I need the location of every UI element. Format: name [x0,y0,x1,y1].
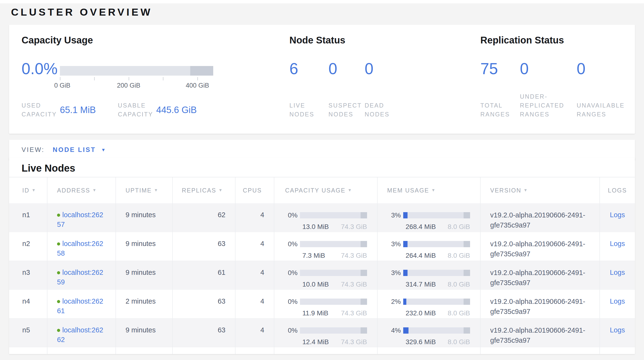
mem-used-value: 232.0 MiB [406,308,436,318]
under-replicated-count: 0 [520,60,529,77]
column-header-logs: LOGS [600,177,635,203]
logs-link[interactable]: Logs [610,326,625,334]
live-nodes-count: 6 [290,60,298,77]
mem-usage-bar [403,241,470,247]
column-header-mem-usage[interactable]: MEM USAGE▼ [377,177,480,203]
capacity-reserved-segment [360,327,367,334]
column-header-cpus[interactable]: CPUS [235,177,274,203]
axis-tick-label: 200 GiB [117,82,140,89]
capacity-reserved-segment [360,299,367,305]
capacity-percent-label: 0% [285,326,300,335]
usable-capacity-label: USABLE CAPACITY [118,101,153,119]
version-cell: v19.2.0-alpha.20190606-2491-gfe735c9a97 [480,318,600,347]
sort-arrow-icon: ▼ [348,188,352,193]
summary-card: Capacity Usage 0.0% 0 GiB 200 GiB 400 Gi… [9,25,635,134]
version-cell: v19.2.0-alpha.20190606-2491-gfe735c9a97 [480,203,600,232]
under-replicated-label: UNDER- REPLICATED RANGES [520,92,564,119]
sort-arrow-icon: ▼ [154,188,158,193]
mem-usage-bar [403,270,470,276]
live-nodes-panel: Live Nodes ID▼ ADDRESS▼ UPTIME▼ REPLICAS… [9,158,635,354]
table-row: n5 localhost:26262 9 minutes 63 4 0% 12.… [9,318,635,347]
replicas-cell: 63 [172,290,235,318]
capacity-percent-label: 0% [285,211,300,220]
node-id-cell: n2 [9,232,47,261]
axis-tick [94,77,95,80]
usable-capacity-value: 445.6 GiB [156,105,197,115]
mem-total-value: 8.0 GiB [448,251,470,260]
address-link[interactable]: localhost:26261 [57,297,103,315]
chevron-down-icon[interactable]: ▼ [101,147,106,153]
mem-used-value: 314.7 MiB [406,280,436,289]
sort-arrow-icon: ▼ [524,188,528,193]
capacity-usage-bar [300,241,367,247]
mem-percent-label: 3% [388,211,403,220]
version-cell: v19.2.0-alpha.20190606-2491-gfe735c9a97 [480,232,600,261]
logs-cell: Logs [600,318,635,347]
capacity-usage-bar [300,212,367,218]
capacity-usage-bar [300,327,367,334]
logs-cell: Logs [600,203,635,232]
cpus-cell: 4 [235,290,274,318]
logs-link[interactable]: Logs [610,269,625,276]
capacity-used-value: 10.0 MiB [302,280,329,289]
uptime-cell: 9 minutes [116,232,172,261]
mem-used-value: 329.6 MiB [406,337,436,347]
capacity-total-value: 74.3 GiB [341,222,367,232]
mem-total-value: 8.0 GiB [448,337,470,347]
capacity-total-value: 74.3 GiB [341,280,367,289]
column-header-version[interactable]: VERSION▼ [480,177,600,203]
column-header-uptime[interactable]: UPTIME▼ [116,177,172,203]
capacity-gauge-reserved-segment [190,66,213,76]
capacity-usage-cell: 0% 13.0 MiB 74.3 GiB [274,203,377,232]
total-ranges-label: TOTAL RANGES [480,101,510,119]
uptime-cell: 9 minutes [116,261,172,289]
mem-used-segment [403,299,406,305]
capacity-percent: 0.0% [22,60,58,77]
version-cell: v19.2.0-alpha.20190606-2491-gfe735c9a97 [480,261,600,289]
view-dropdown[interactable]: NODE LIST [53,146,96,154]
column-header-address[interactable]: ADDRESS▼ [47,177,116,203]
mem-usage-bar [403,299,470,305]
status-live-icon [57,214,60,217]
mem-used-segment [403,241,408,247]
partial-next-row [9,347,635,354]
mem-total-value: 8.0 GiB [448,280,470,289]
node-id-cell: n3 [9,261,47,289]
live-nodes-heading: Live Nodes [9,158,635,177]
suspect-nodes-label: SUSPECT NODES [328,101,362,119]
status-live-icon [57,329,60,332]
logs-link[interactable]: Logs [610,211,625,219]
column-header-capacity-usage[interactable]: CAPACITY USAGE▼ [274,177,377,203]
capacity-usage-cell: 0% 11.9 MiB 74.3 GiB [274,290,377,318]
table-header-row: ID▼ ADDRESS▼ UPTIME▼ REPLICAS▼ CPUS CAPA… [9,177,635,203]
mem-percent-label: 3% [388,239,403,249]
logs-cell: Logs [600,290,635,318]
suspect-nodes-count: 0 [328,60,337,77]
uptime-cell: 9 minutes [116,318,172,347]
column-header-id[interactable]: ID▼ [9,177,47,203]
mem-usage-bar [403,212,470,218]
dead-nodes-count: 0 [365,60,374,77]
capacity-percent-label: 0% [285,239,300,249]
capacity-usage-cell: 0% 12.4 MiB 74.3 GiB [274,318,377,347]
logs-link[interactable]: Logs [610,297,625,305]
table-row: n4 localhost:26261 2 minutes 63 4 0% 11.… [9,290,635,318]
replication-status-title: Replication Status [480,35,564,46]
sort-arrow-icon: ▼ [431,188,436,193]
logs-link[interactable]: Logs [610,240,625,247]
capacity-reserved-segment [360,270,367,276]
capacity-percent-label: 0% [285,297,300,306]
address-link[interactable]: localhost:26262 [57,326,103,343]
capacity-reserved-segment [360,241,367,247]
mem-usage-bar [403,327,470,334]
live-nodes-label: LIVE NODES [290,101,314,119]
status-live-icon [57,271,60,274]
table-row: n1 localhost:26257 9 minutes 62 4 0% 13.… [9,203,635,232]
address-link[interactable]: localhost:26259 [57,269,103,286]
address-link[interactable]: localhost:26258 [57,240,103,257]
column-header-replicas[interactable]: REPLICAS▼ [172,177,235,203]
mem-percent-label: 3% [388,268,403,278]
axis-tick [163,77,164,80]
address-link[interactable]: localhost:26257 [57,211,103,228]
capacity-used-value: 7.3 MiB [302,251,325,260]
